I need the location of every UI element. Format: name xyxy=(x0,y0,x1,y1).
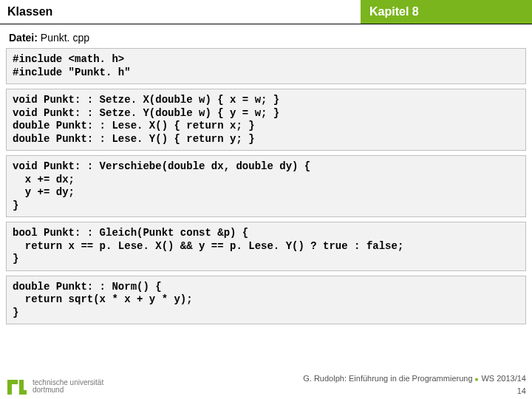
file-label-line: Datei: Punkt. cpp xyxy=(0,24,532,48)
footer-author: G. Rudolph: Einführung in die Programmie… xyxy=(303,374,472,383)
code-includes: #include <math. h> #include "Punkt. h" xyxy=(6,48,526,84)
code-gleich: bool Punkt: : Gleich(Punkt const &p) { r… xyxy=(6,222,526,271)
university-name-bottom: dortmund xyxy=(33,386,103,395)
tu-logo-icon xyxy=(6,377,28,396)
code-norm: double Punkt: : Norm() { return sqrt(x *… xyxy=(6,276,526,325)
footer-meta: G. Rudolph: Einführung in die Programmie… xyxy=(303,372,526,396)
code-verschiebe: void Punkt: : Verschiebe(double dx, doub… xyxy=(6,155,526,217)
footer-term: WS 2013/14 xyxy=(481,374,526,383)
slide-header: Klassen Kapitel 8 xyxy=(0,0,532,24)
file-label: Datei: xyxy=(9,32,38,44)
header-title-left: Klassen xyxy=(0,0,361,24)
footer-page: 14 xyxy=(517,386,526,395)
header-title-right: Kapitel 8 xyxy=(361,0,532,24)
code-setters-getters: void Punkt: : Setze. X(double w) { x = w… xyxy=(6,89,526,151)
university-name: technische universität dortmund xyxy=(33,379,103,395)
university-logo: technische universität dortmund xyxy=(6,377,103,396)
file-name: Punkt. cpp xyxy=(41,32,89,44)
slide-footer: technische universität dortmund G. Rudol… xyxy=(6,372,526,396)
